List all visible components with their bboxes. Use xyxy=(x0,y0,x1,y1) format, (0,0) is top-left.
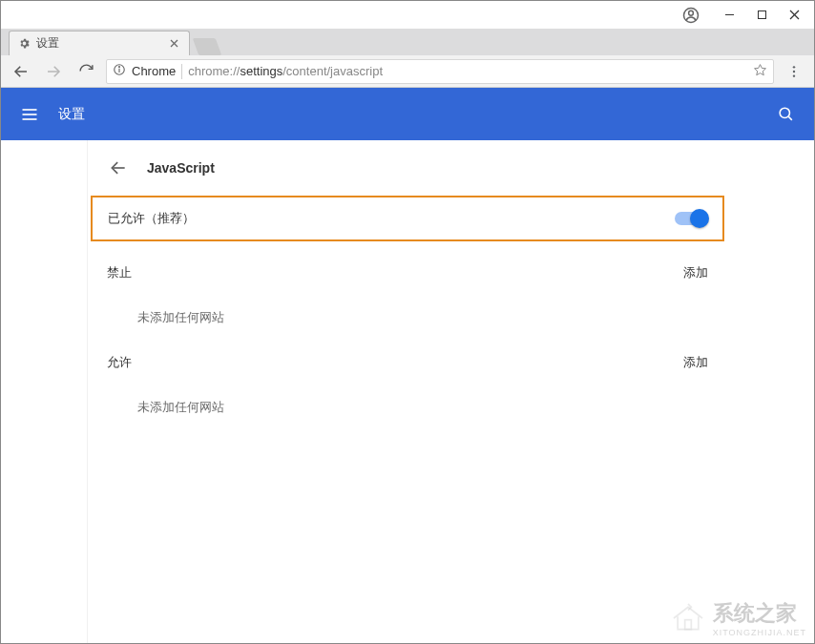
svg-line-7 xyxy=(171,40,178,47)
svg-point-10 xyxy=(119,67,120,68)
svg-point-12 xyxy=(793,70,795,72)
javascript-allowed-toggle-row[interactable]: 已允许（推荐） xyxy=(91,196,724,241)
window-close-button[interactable] xyxy=(778,1,810,29)
toolbar: Chrome chrome://settings/content/javascr… xyxy=(1,55,814,88)
window-titlebar xyxy=(1,1,814,29)
svg-point-1 xyxy=(689,10,694,15)
gear-icon xyxy=(17,37,31,51)
url-display: chrome://settings/content/javascript xyxy=(188,64,383,78)
tab-close-button[interactable] xyxy=(166,36,181,52)
allow-list-header: 允许 添加 xyxy=(88,341,727,384)
back-button[interactable] xyxy=(107,156,130,179)
nav-forward-button[interactable] xyxy=(41,59,66,84)
svg-point-13 xyxy=(793,74,795,76)
allow-list-empty: 未添加任何网站 xyxy=(88,384,727,430)
settings-header: 设置 xyxy=(1,88,814,140)
nav-reload-button[interactable] xyxy=(73,59,98,84)
toggle-label: 已允许（推荐） xyxy=(108,210,195,227)
settings-content: JavaScript 已允许（推荐） 禁止 添加 未添加任何网站 允许 添加 未… xyxy=(1,140,814,643)
addressbar-separator xyxy=(181,64,182,79)
url-scheme-label: Chrome xyxy=(132,64,176,78)
allow-list-title: 允许 xyxy=(107,354,132,371)
chrome-menu-button[interactable] xyxy=(782,59,806,84)
search-button[interactable] xyxy=(774,103,797,126)
settings-header-title: 设置 xyxy=(58,106,85,123)
section-title: JavaScript xyxy=(147,160,215,176)
block-list-header: 禁止 添加 xyxy=(88,251,727,295)
window-minimize-button[interactable] xyxy=(713,1,745,29)
window-maximize-button[interactable] xyxy=(745,1,778,29)
svg-line-5 xyxy=(790,10,799,19)
svg-point-11 xyxy=(793,66,795,68)
block-list-title: 禁止 xyxy=(107,264,132,281)
tab-title: 设置 xyxy=(36,35,59,52)
browser-tab-active[interactable]: 设置 xyxy=(9,31,190,55)
svg-point-0 xyxy=(684,8,699,22)
svg-line-18 xyxy=(788,116,792,120)
block-add-button[interactable]: 添加 xyxy=(683,264,708,281)
allow-add-button[interactable]: 添加 xyxy=(683,354,708,371)
svg-line-4 xyxy=(790,10,799,19)
section-header: JavaScript xyxy=(88,140,727,196)
settings-card: JavaScript 已允许（推荐） 禁止 添加 未添加任何网站 允许 添加 未… xyxy=(88,140,727,643)
svg-line-6 xyxy=(171,40,178,47)
address-bar[interactable]: Chrome chrome://settings/content/javascr… xyxy=(106,59,774,84)
block-list-empty: 未添加任何网站 xyxy=(88,295,727,341)
svg-rect-3 xyxy=(758,11,765,19)
tab-strip: 设置 xyxy=(1,29,814,55)
bookmark-star-icon[interactable] xyxy=(753,63,767,80)
profile-avatar-icon[interactable] xyxy=(675,1,707,29)
svg-point-17 xyxy=(780,108,789,117)
toggle-knob xyxy=(690,209,709,228)
menu-button[interactable] xyxy=(18,103,41,126)
nav-back-button[interactable] xyxy=(9,59,33,84)
svg-point-8 xyxy=(115,65,125,75)
new-tab-button[interactable] xyxy=(193,38,222,55)
toggle-switch[interactable] xyxy=(675,212,707,225)
site-info-icon[interactable] xyxy=(113,63,126,79)
